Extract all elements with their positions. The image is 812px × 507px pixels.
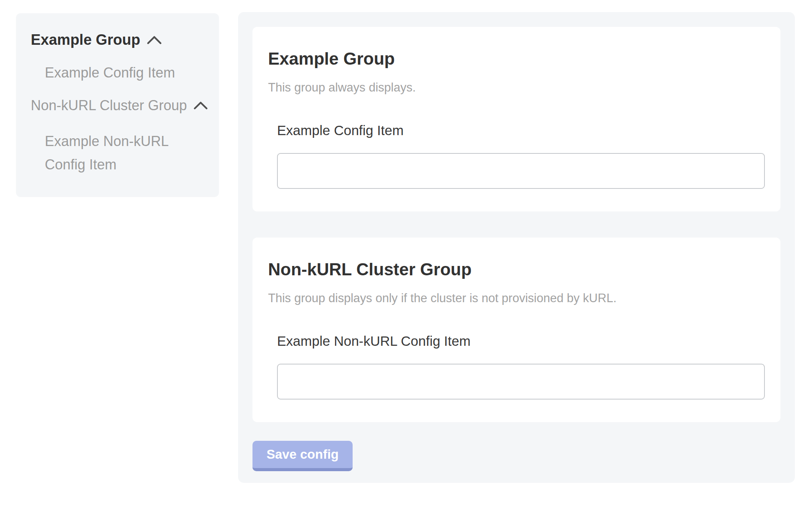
sidebar-group-label: Example Group: [31, 30, 140, 49]
save-config-button[interactable]: Save config: [252, 441, 353, 471]
group-description: This group displays only if the cluster …: [268, 290, 765, 306]
config-item-label: Example Config Item: [277, 122, 765, 139]
chevron-up-icon: [147, 30, 162, 49]
save-row: Save config: [252, 441, 780, 471]
sidebar-item-example-config-item[interactable]: Example Config Item: [45, 64, 210, 82]
config-group-card-non-kurl-cluster-group: Non-kURL Cluster Group This group displa…: [252, 238, 780, 422]
config-item: Example Config Item: [277, 122, 765, 189]
config-group-card-example-group: Example Group This group always displays…: [252, 27, 780, 211]
config-item-label: Example Non-kURL Config Item: [277, 333, 765, 350]
sidebar-group-example-group[interactable]: Example Group: [31, 30, 210, 49]
group-description: This group always displays.: [268, 80, 765, 95]
example-non-kurl-config-item-input[interactable]: [277, 364, 765, 400]
example-config-item-input[interactable]: [277, 153, 765, 189]
config-nav-sidebar: Example Group Example Config Item Non-kU…: [16, 13, 219, 197]
chevron-up-icon: [193, 96, 208, 115]
sidebar-item-example-non-kurl-config-item[interactable]: Example Non-kURL Config Item: [45, 130, 173, 176]
group-title: Example Group: [268, 49, 765, 69]
config-item: Example Non-kURL Config Item: [277, 333, 765, 400]
sidebar-group-non-kurl-cluster-group[interactable]: Non-kURL Cluster Group: [31, 96, 210, 115]
config-main-panel: Example Group This group always displays…: [238, 12, 795, 483]
sidebar-group-label: Non-kURL Cluster Group: [31, 96, 187, 115]
group-title: Non-kURL Cluster Group: [268, 259, 765, 280]
